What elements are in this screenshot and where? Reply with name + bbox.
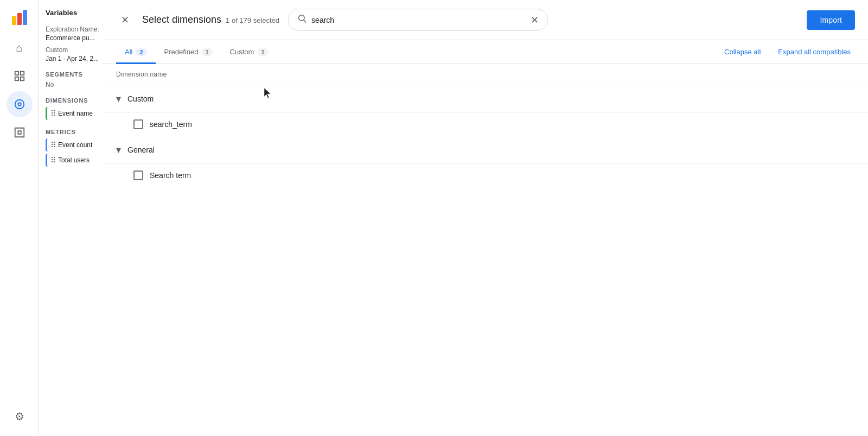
select-dimensions-dialog: ✕ Select dimensions 1 of 179 selected ✕ …	[103, 0, 868, 436]
svg-point-8	[18, 103, 21, 106]
nav-home-button[interactable]: ⌂	[7, 35, 33, 61]
tabs-row: All 2 Predefined 1 Custom 1 Collapse all…	[103, 40, 868, 64]
col-header: Dimension name	[103, 64, 868, 85]
search-bar: ✕	[288, 9, 548, 31]
dimension-name: Event name	[58, 110, 93, 117]
tab-all[interactable]: All 2	[116, 40, 156, 64]
svg-rect-3	[15, 72, 18, 75]
dialog-title: Select dimensions	[142, 14, 221, 26]
dim-row-search-term-custom[interactable]: search_term	[103, 113, 868, 136]
metric-icon-0: ⠿	[50, 141, 56, 149]
svg-rect-1	[17, 13, 22, 25]
dim-row-search-term-general[interactable]: Search term	[103, 164, 868, 187]
tab-custom[interactable]: Custom 1	[221, 40, 277, 64]
close-icon: ✕	[121, 14, 129, 26]
nav-reports-button[interactable]	[7, 63, 33, 89]
search-clear-button[interactable]: ✕	[531, 14, 539, 26]
chevron-custom-icon: ▾	[116, 93, 121, 105]
svg-line-10	[304, 20, 307, 23]
svg-rect-6	[20, 77, 23, 80]
tab-predefined-label: Predefined	[164, 48, 199, 56]
search-input[interactable]	[311, 16, 526, 24]
dim-checkbox-search-term-custom[interactable]	[133, 119, 143, 129]
nav-explore-button[interactable]	[7, 91, 33, 117]
tab-custom-badge: 1	[257, 48, 268, 56]
nav-advertising-button[interactable]	[7, 119, 33, 146]
dimension-icon: ⠿	[50, 109, 56, 118]
clear-icon: ✕	[531, 14, 539, 26]
metric-icon-1: ⠿	[50, 156, 56, 165]
nav-rail: ⌂ ⚙	[0, 0, 39, 436]
svg-point-7	[15, 100, 24, 109]
tab-predefined[interactable]: Predefined 1	[156, 40, 221, 64]
dialog-content: Dimension name ▾ Custom search_term ▾ Ge…	[103, 64, 868, 436]
tab-all-badge: 2	[136, 48, 146, 56]
svg-rect-0	[12, 16, 16, 25]
app-logo	[9, 7, 30, 28]
dim-name-search-term-custom: search_term	[150, 120, 192, 129]
metric-name-0: Event count	[58, 141, 92, 149]
chevron-general-icon: ▾	[116, 144, 121, 156]
svg-point-9	[299, 15, 305, 21]
dialog-header: ✕ Select dimensions 1 of 179 selected ✕ …	[103, 0, 868, 40]
dim-checkbox-search-term-general[interactable]	[133, 170, 143, 180]
section-general-header[interactable]: ▾ General	[103, 136, 868, 164]
tabs-actions: Collapse all Expand all compatibles	[720, 46, 855, 58]
section-custom-header[interactable]: ▾ Custom	[103, 85, 868, 113]
dim-name-search-term-general: Search term	[150, 171, 191, 180]
section-custom-title: Custom	[127, 94, 154, 103]
dialog-close-button[interactable]: ✕	[116, 11, 133, 29]
collapse-all-button[interactable]: Collapse all	[720, 46, 765, 58]
metric-name-1: Total users	[58, 156, 90, 164]
search-icon	[297, 14, 307, 26]
tab-predefined-badge: 1	[201, 48, 212, 56]
tab-custom-label: Custom	[230, 48, 254, 56]
nav-settings-button[interactable]: ⚙	[7, 403, 33, 429]
svg-rect-5	[15, 77, 18, 80]
svg-rect-2	[23, 10, 27, 25]
dialog-title-wrap: Select dimensions 1 of 179 selected	[142, 14, 279, 26]
tab-all-label: All	[125, 48, 132, 56]
expand-all-button[interactable]: Expand all compatibles	[774, 46, 855, 58]
import-button[interactable]: Import	[807, 10, 855, 30]
dialog-subtitle: 1 of 179 selected	[226, 16, 279, 24]
section-general-title: General	[127, 146, 155, 154]
svg-rect-4	[20, 72, 23, 75]
